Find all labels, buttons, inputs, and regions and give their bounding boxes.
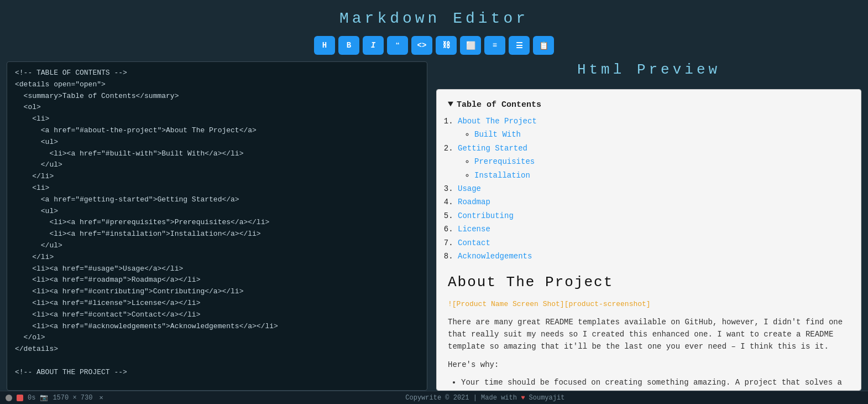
toc-link-contributing[interactable]: Contributing xyxy=(458,211,514,220)
editor-wrapper: <!-- TABLE OF CONTENTS --> <details open… xyxy=(7,61,432,391)
status-bar: 0s 📷 868 × 404 ✕ Copywrite © 2021 | Mad… xyxy=(0,391,868,404)
toc-summary[interactable]: Table of Contents xyxy=(448,99,850,112)
camera-icon: 📷 xyxy=(40,393,48,402)
toc-link-contact[interactable]: Contact xyxy=(458,239,490,247)
list-item: Roadmap xyxy=(458,196,850,208)
toc-link-usage[interactable]: Usage xyxy=(458,184,481,193)
toc-link-getting-started[interactable]: Getting Started xyxy=(458,144,527,153)
toc-sublist: Prerequisites Installation xyxy=(474,156,850,182)
heading-button[interactable]: H xyxy=(314,36,335,55)
section-title: About The Project xyxy=(448,271,850,294)
list-item: Contributing xyxy=(458,210,850,222)
toc-link-about[interactable]: About The Project xyxy=(458,117,537,126)
list-item: Usage xyxy=(458,183,850,195)
stop-icon xyxy=(17,395,23,401)
bold-button[interactable]: B xyxy=(338,36,359,55)
code-button[interactable]: <> xyxy=(411,36,432,55)
list-item: About The Project Built With xyxy=(458,115,850,141)
toc-link-acknowledgements[interactable]: Acknowledgements xyxy=(458,252,532,261)
link-button[interactable]: ⛓ xyxy=(436,36,457,55)
main-area: <!-- TABLE OF CONTENTS --> <details open… xyxy=(0,61,868,391)
editor-content: <!-- TABLE OF CONTENTS --> <details open… xyxy=(15,69,278,376)
list-item: Contact xyxy=(458,237,850,249)
timer: 0s xyxy=(28,394,35,402)
record-icon xyxy=(6,395,12,401)
ordered-list-button[interactable]: ≡ xyxy=(484,36,505,55)
list-item: Getting Started Prerequisites Installati… xyxy=(458,142,850,182)
toc-link-license[interactable]: License xyxy=(458,225,490,234)
header: Markdown Editor H B I ❝ <> ⛓ ⬜ ≡ ☰ 📋 xyxy=(0,0,868,61)
unordered-list-button[interactable]: ☰ xyxy=(509,36,530,55)
toc-link-roadmap[interactable]: Roadmap xyxy=(458,198,490,206)
preview-wrapper: Html Preview Table of Contents About The… xyxy=(436,61,861,391)
toc-link-installation[interactable]: Installation xyxy=(474,171,530,180)
italic-button[interactable]: I xyxy=(363,36,384,55)
screenshot-link: ![Product Name Screen Shot][product-scre… xyxy=(448,299,850,310)
list-item: Built With xyxy=(474,128,850,141)
toc-link-prerequisites[interactable]: Prerequisites xyxy=(474,157,535,166)
heart-icon: ♥ xyxy=(521,394,529,402)
toc-list: About The Project Built With Getting Sta… xyxy=(458,115,850,262)
list-item: License xyxy=(458,223,850,235)
list-item: Installation xyxy=(474,169,850,182)
close-icon[interactable]: ✕ xyxy=(99,393,103,402)
preview-pane[interactable]: Table of Contents About The Project Buil… xyxy=(436,89,861,391)
footer-text: Copywrite © 2021 | Made with ♥ Soumyajit xyxy=(108,394,862,402)
image-button[interactable]: ⬜ xyxy=(460,36,481,55)
list-item: Your time should be focused on creating … xyxy=(461,376,850,391)
editor-pane[interactable]: <!-- TABLE OF CONTENTS --> <details open… xyxy=(7,61,427,391)
toc-link-built-with[interactable]: Built With xyxy=(474,130,521,139)
clipboard-button[interactable]: 📋 xyxy=(533,36,554,55)
preview-header: Html Preview xyxy=(436,61,861,84)
heres-why-label: Here's why: xyxy=(448,359,850,371)
description-text: There are many great README templates av… xyxy=(448,316,850,353)
preview-title: Html Preview xyxy=(577,61,720,78)
bullet-list: Your time should be focused on creating … xyxy=(461,376,850,391)
dimensions: 868 × 404 xyxy=(53,394,92,402)
list-item: Acknowledgements xyxy=(458,250,850,262)
app-title: Markdown Editor xyxy=(0,0,868,32)
quote-button[interactable]: ❝ xyxy=(387,36,408,55)
toc-sublist: Built With xyxy=(474,128,850,141)
list-item: Prerequisites xyxy=(474,156,850,168)
toc-details[interactable]: Table of Contents About The Project Buil… xyxy=(448,99,850,262)
toolbar: H B I ❝ <> ⛓ ⬜ ≡ ☰ 📋 xyxy=(0,36,868,55)
